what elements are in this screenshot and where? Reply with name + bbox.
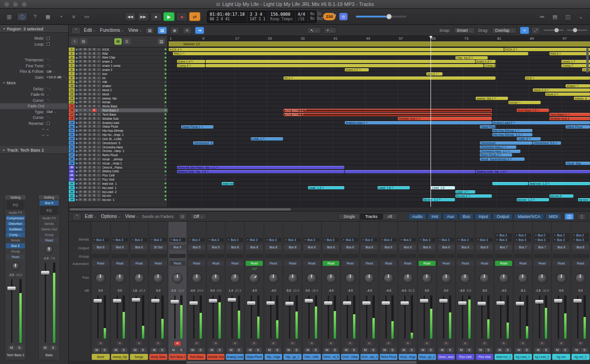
track-input-button[interactable]: I: [97, 125, 101, 128]
inspector-row-delay[interactable]: Delay:⌃⌄: [0, 86, 68, 92]
volume-fader[interactable]: [94, 299, 102, 303]
track-header-omnichord-5[interactable]: 24◉HMSRIOmnichord_5: [69, 141, 168, 145]
record-button[interactable]: R: [443, 341, 449, 346]
track-input-button[interactable]: I: [97, 52, 101, 55]
track-header-block-2[interactable]: 11◉HMSRIblock 2: [69, 88, 168, 92]
pan-knob[interactable]: [288, 273, 298, 283]
track-record-button[interactable]: R: [92, 100, 96, 104]
track-input-button[interactable]: I: [97, 198, 101, 201]
volume-fader[interactable]: [362, 301, 371, 305]
stepper-icon[interactable]: ⌃⌄: [47, 116, 51, 119]
group-slot[interactable]: [438, 254, 455, 258]
inspector-row-loop[interactable]: Loop:: [0, 41, 68, 47]
track-solo-button[interactable]: S: [88, 117, 92, 120]
channel-slot-sends[interactable]: Sends: [6, 238, 25, 243]
send-knob[interactable]: [458, 239, 460, 241]
track-hide-button[interactable]: H: [78, 80, 83, 83]
output-slot[interactable]: Bus 8: [553, 245, 570, 250]
record-button[interactable]: R: [366, 341, 372, 346]
track-lane[interactable]: [168, 194, 590, 198]
track-mute-button[interactable]: M: [83, 170, 87, 173]
output-slot[interactable]: Bus 8: [246, 245, 263, 250]
group-slot[interactable]: [323, 254, 340, 258]
track-lane[interactable]: [168, 72, 590, 76]
region-comp-4[interactable]: Comp.4↻: [484, 64, 496, 67]
region-bg-vox[interactable]: bg vox: [578, 198, 590, 201]
send-knob[interactable]: [93, 239, 95, 241]
mute-button[interactable]: M: [458, 348, 465, 352]
record-button[interactable]: R: [539, 341, 545, 346]
track-input-button[interactable]: I: [97, 100, 101, 104]
send-slot[interactable]: Bus 2: [572, 233, 589, 237]
ruler-bar-49[interactable]: 49: [366, 36, 370, 41]
solo-button[interactable]: S: [581, 348, 588, 352]
track-solo-button[interactable]: S: [88, 125, 92, 128]
ruler-bar-33[interactable]: 33: [301, 36, 305, 41]
send-slot[interactable]: Bus 3: [495, 238, 512, 242]
catch-mode-icon[interactable]: ⇥: [195, 27, 204, 34]
region-wobble-sub-3[interactable]: Wobble Sub.3: [549, 117, 590, 120]
track-mute-button[interactable]: M: [83, 174, 87, 177]
pan-knob[interactable]: [403, 273, 413, 283]
track-header-hip-ho-rings-1[interactable]: 22◉HMSRIHip Ho...rings_1: [69, 133, 168, 137]
auto-zoom-icon[interactable]: ⤢: [531, 27, 540, 34]
track-header-kick[interactable]: 1◉HMSRIKICK: [69, 47, 168, 52]
automation-mode-button[interactable]: Read: [438, 261, 455, 266]
track-solo-button[interactable]: S: [88, 174, 92, 177]
track-mute-button[interactable]: M: [83, 137, 87, 141]
send-knob[interactable]: [266, 239, 268, 241]
track-input-button[interactable]: I: [97, 84, 101, 88]
send-knob[interactable]: [112, 239, 115, 241]
pan-knob[interactable]: [441, 273, 451, 283]
track-hide-button[interactable]: H: [78, 48, 83, 51]
region-tech-bass-2-5[interactable]: Tech Bass 2.5↻: [517, 109, 549, 112]
track-header-hh[interactable]: 8◉HMSRIhh: [69, 76, 168, 80]
lcd-time-section[interactable]: 01:01:40:17.18 66 2 4 41: [207, 11, 248, 23]
pan-knob[interactable]: [384, 273, 394, 283]
pan-knob[interactable]: [556, 273, 566, 283]
track-solo-button[interactable]: S: [88, 153, 92, 157]
track-header-bg-lead-2[interactable]: 36◉HMSRIbg Lead_2: [69, 190, 168, 194]
record-button[interactable]: R: [577, 341, 584, 346]
track-header-orches-harp-1[interactable]: 26◉HMSRIOrches...Harp_1: [69, 149, 168, 153]
track-record-button[interactable]: R: [92, 105, 96, 108]
solo-button[interactable]: S: [216, 348, 223, 352]
output-slot[interactable]: Bus 6: [457, 245, 474, 250]
inspector-row-curve[interactable]: Curve:⌃⌄: [0, 115, 68, 121]
pan-knob[interactable]: [518, 273, 528, 283]
region-inspector-header[interactable]: ▾ Region: 3 selected: [0, 25, 68, 33]
track-input-button[interactable]: I: [97, 56, 101, 59]
mute-button[interactable]: M: [228, 348, 235, 352]
track-mute-button[interactable]: M: [83, 125, 87, 128]
channel-slot-eq[interactable]: EQ: [40, 206, 59, 215]
ruler-bar-17[interactable]: 17: [235, 36, 239, 41]
track-record-button[interactable]: R: [92, 174, 96, 177]
region-vocal-sup[interactable]: Vocal_Sup: [566, 162, 590, 165]
send-slot[interactable]: Bus 3: [323, 238, 340, 242]
track-mute-button[interactable]: M: [83, 109, 87, 112]
send-knob[interactable]: [515, 239, 518, 241]
rewind-button[interactable]: ◀◀: [124, 12, 136, 21]
track-lane[interactable]: [168, 56, 590, 59]
inspector-row-type[interactable]: Type:Out⌄: [0, 109, 68, 115]
send-knob[interactable]: [573, 239, 575, 241]
pan-knob[interactable]: [364, 273, 374, 283]
filter-master-vca[interactable]: Master/VCA: [514, 213, 544, 220]
play-button[interactable]: ▶: [163, 12, 175, 21]
region-view-icon[interactable]: ▤: [158, 27, 167, 34]
library-icon[interactable]: ▥: [4, 12, 15, 21]
send-knob[interactable]: [324, 239, 326, 241]
track-mute-button[interactable]: M: [83, 72, 87, 76]
channel-slot-stereo-out[interactable]: Stereo Out: [40, 227, 59, 232]
record-button[interactable]: R: [405, 341, 411, 346]
track-solo-button[interactable]: S: [88, 52, 92, 55]
checkbox[interactable]: [47, 122, 50, 125]
track-hide-button[interactable]: H: [78, 178, 83, 181]
mute-button[interactable]: M: [381, 348, 388, 352]
automation-mode-button[interactable]: Read: [572, 261, 589, 266]
channel-slot-audio-fx[interactable]: Audio FX: [40, 216, 59, 221]
filter-midi[interactable]: MIDI: [545, 213, 561, 220]
region-tech-bass-2-1[interactable]: Tech Bass 2.1↻: [283, 109, 492, 112]
group-slot[interactable]: [130, 254, 148, 258]
solo-button[interactable]: S: [523, 348, 530, 352]
